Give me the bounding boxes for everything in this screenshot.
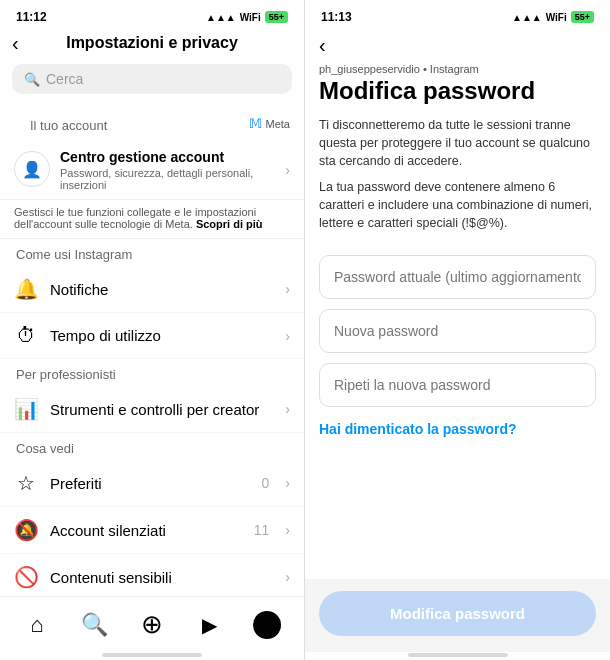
strumenti-row[interactable]: 📊 Strumenti e controlli per creator › bbox=[0, 386, 304, 433]
silenziati-label: Account silenziati bbox=[50, 522, 242, 539]
account-section-header: Il tuo account 𝕄 Meta bbox=[0, 102, 304, 141]
right-wifi-icon: WiFi bbox=[546, 12, 567, 23]
profile-avatar bbox=[253, 611, 281, 639]
scopri-link[interactable]: Scopri di più bbox=[196, 218, 263, 230]
left-home-indicator bbox=[0, 652, 304, 660]
come-usi-label: Come usi Instagram bbox=[0, 239, 304, 266]
bottom-nav: ⌂ 🔍 ⊕ ▶ bbox=[0, 596, 304, 652]
nav-profile-button[interactable] bbox=[245, 603, 289, 647]
right-status-icons: ▲▲▲ WiFi 55+ bbox=[512, 11, 594, 23]
contenuti-row[interactable]: 🚫 Contenuti sensibili › bbox=[0, 554, 304, 596]
meta-icon: 𝕄 bbox=[249, 116, 262, 131]
right-page-title: Modifica password bbox=[319, 77, 596, 106]
right-home-indicator bbox=[305, 652, 610, 660]
repeat-password-input[interactable] bbox=[319, 363, 596, 407]
account-center-icon: 👤 bbox=[14, 151, 50, 187]
silenziati-icon: 🔕 bbox=[14, 518, 38, 542]
silenziati-chevron: › bbox=[285, 522, 290, 538]
strumenti-icon: 📊 bbox=[14, 397, 38, 421]
strumenti-label: Strumenti e controlli per creator bbox=[50, 401, 273, 418]
preferiti-count: 0 bbox=[262, 475, 270, 491]
search-placeholder: Cerca bbox=[46, 71, 83, 87]
account-section-label: Il tuo account bbox=[14, 110, 123, 137]
left-home-bar bbox=[102, 653, 202, 657]
preferiti-icon: ☆ bbox=[14, 471, 38, 495]
contenuti-icon: 🚫 bbox=[14, 565, 38, 589]
account-center-row[interactable]: 👤 Centro gestione account Password, sicu… bbox=[0, 141, 304, 200]
left-header-title: Impostazioni e privacy bbox=[66, 34, 238, 52]
preferiti-chevron: › bbox=[285, 475, 290, 491]
left-panel: 11:12 ▲▲▲ WiFi 55+ ‹ Impostazioni e priv… bbox=[0, 0, 305, 660]
tempo-label: Tempo di utilizzo bbox=[50, 327, 273, 344]
meta-logo: 𝕄 Meta bbox=[249, 116, 290, 131]
account-center-chevron: › bbox=[285, 162, 290, 178]
account-center-subtitle: Password, sicurezza, dettagli personali,… bbox=[60, 167, 275, 191]
notifiche-chevron: › bbox=[285, 281, 290, 297]
forgot-password-link[interactable]: Hai dimenticato la password? bbox=[319, 421, 517, 437]
search-icon: 🔍 bbox=[24, 72, 40, 87]
cosa-vedi-label: Cosa vedi bbox=[0, 433, 304, 460]
search-bar[interactable]: 🔍 Cerca bbox=[12, 64, 292, 94]
nav-add-button[interactable]: ⊕ bbox=[130, 603, 174, 647]
preferiti-row[interactable]: ☆ Preferiti 0 › bbox=[0, 460, 304, 507]
right-status-bar: 11:13 ▲▲▲ WiFi 55+ bbox=[305, 0, 610, 28]
left-battery: 55+ bbox=[265, 11, 288, 23]
account-center-text: Centro gestione account Password, sicure… bbox=[60, 149, 275, 191]
contenuti-chevron: › bbox=[285, 569, 290, 585]
nav-home-button[interactable]: ⌂ bbox=[15, 603, 59, 647]
notifiche-icon: 🔔 bbox=[14, 277, 38, 301]
right-bottom: Modifica password bbox=[305, 579, 610, 652]
right-header: ‹ ph_giuseppeservidio • Instagram Modifi… bbox=[305, 28, 610, 255]
meta-info-box: Gestisci le tue funzioni collegate e le … bbox=[0, 200, 304, 239]
left-signal-icon: ▲▲▲ bbox=[206, 12, 236, 23]
nav-reels-button[interactable]: ▶ bbox=[188, 603, 232, 647]
right-home-bar bbox=[408, 653, 508, 657]
right-back-button[interactable]: ‹ bbox=[319, 34, 326, 57]
nav-search-button[interactable]: 🔍 bbox=[72, 603, 116, 647]
silenziati-row[interactable]: 🔕 Account silenziati 11 › bbox=[0, 507, 304, 554]
right-panel: 11:13 ▲▲▲ WiFi 55+ ‹ ph_giuseppeservidio… bbox=[305, 0, 610, 660]
new-password-input[interactable] bbox=[319, 309, 596, 353]
professionisti-label: Per professionisti bbox=[0, 359, 304, 386]
submit-button[interactable]: Modifica password bbox=[319, 591, 596, 636]
left-back-button[interactable]: ‹ bbox=[12, 32, 19, 55]
left-header: ‹ Impostazioni e privacy bbox=[0, 28, 304, 60]
preferiti-label: Preferiti bbox=[50, 475, 250, 492]
notifiche-label: Notifiche bbox=[50, 281, 273, 298]
settings-scroll: Il tuo account 𝕄 Meta 👤 Centro gestione … bbox=[0, 102, 304, 596]
account-center-title: Centro gestione account bbox=[60, 149, 275, 165]
right-form-scroll: Hai dimenticato la password? bbox=[305, 255, 610, 579]
meta-label: Meta bbox=[266, 118, 290, 130]
tempo-icon: ⏱ bbox=[14, 324, 38, 347]
silenziati-count: 11 bbox=[254, 522, 270, 538]
right-battery: 55+ bbox=[571, 11, 594, 23]
right-account-label: ph_giuseppeservidio • Instagram bbox=[319, 63, 596, 75]
tempo-chevron: › bbox=[285, 328, 290, 344]
left-time: 11:12 bbox=[16, 10, 47, 24]
right-description1: Ti disconnetteremo da tutte le sessioni … bbox=[319, 116, 596, 170]
left-status-icons: ▲▲▲ WiFi 55+ bbox=[206, 11, 288, 23]
tempo-row[interactable]: ⏱ Tempo di utilizzo › bbox=[0, 313, 304, 359]
left-status-bar: 11:12 ▲▲▲ WiFi 55+ bbox=[0, 0, 304, 28]
left-wifi-icon: WiFi bbox=[240, 12, 261, 23]
current-password-input[interactable] bbox=[319, 255, 596, 299]
right-description2: La tua password deve contenere almeno 6 … bbox=[319, 178, 596, 232]
right-signal-icon: ▲▲▲ bbox=[512, 12, 542, 23]
notifiche-row[interactable]: 🔔 Notifiche › bbox=[0, 266, 304, 313]
right-time: 11:13 bbox=[321, 10, 352, 24]
strumenti-chevron: › bbox=[285, 401, 290, 417]
contenuti-label: Contenuti sensibili bbox=[50, 569, 273, 586]
